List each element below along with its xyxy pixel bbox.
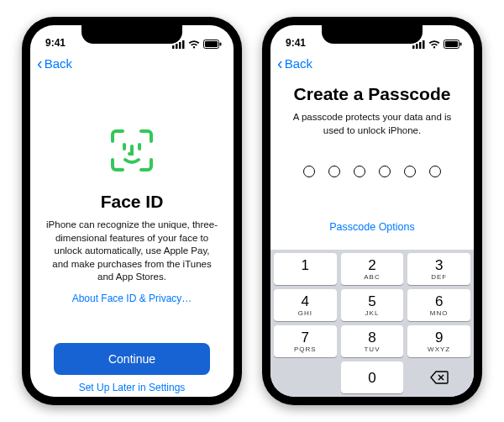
key-num: 1 <box>302 258 309 272</box>
continue-label: Continue <box>108 352 155 366</box>
key-letters: TUV <box>364 346 380 353</box>
nav-bar: ‹ Back <box>270 50 474 76</box>
key-3[interactable]: 3DEF <box>407 253 470 285</box>
key-5[interactable]: 5JKL <box>341 289 404 321</box>
key-num: 9 <box>435 330 443 345</box>
delete-icon <box>430 371 449 384</box>
key-blank <box>274 361 337 393</box>
key-num: 7 <box>302 330 309 345</box>
faceid-desc: iPhone can recognize the unique, three-d… <box>45 219 218 284</box>
key-num: 5 <box>368 294 375 309</box>
svg-rect-14 <box>445 41 458 47</box>
faceid-privacy-link[interactable]: About Face ID & Privacy… <box>72 293 192 304</box>
faceid-content: Face ID iPhone can recognize the unique,… <box>30 76 234 397</box>
key-letters: DEF <box>431 273 447 281</box>
battery-icon <box>203 40 222 49</box>
passcode-options-link[interactable]: Passcode Options <box>329 221 414 233</box>
status-time: 9:41 <box>286 37 306 49</box>
nav-bar: ‹ Back <box>30 50 234 76</box>
key-letters <box>304 273 307 281</box>
back-button[interactable]: ‹ Back <box>277 55 312 71</box>
back-label: Back <box>285 56 312 71</box>
phone-passcode: 9:41 ‹ Back Create a Passcode A passcode… <box>262 17 482 405</box>
passcode-dot <box>303 166 315 177</box>
key-4[interactable]: 4GHI <box>274 289 337 321</box>
key-num: 3 <box>435 258 443 272</box>
key-letters: PQRS <box>294 346 317 353</box>
setup-later-link[interactable]: Set Up Later in Settings <box>45 382 218 397</box>
svg-rect-1 <box>176 44 178 49</box>
status-icons <box>412 40 462 49</box>
key-num: 2 <box>368 258 375 272</box>
passcode-desc: A passcode protects your data and is use… <box>286 111 459 137</box>
back-button[interactable]: ‹ Back <box>37 55 72 71</box>
svg-rect-2 <box>179 42 181 49</box>
chevron-left-icon: ‹ <box>277 55 283 71</box>
passcode-dot <box>404 166 416 177</box>
faceid-icon <box>109 128 155 177</box>
passcode-dot <box>429 166 441 177</box>
svg-rect-10 <box>416 44 418 49</box>
key-1[interactable]: 1 <box>274 253 337 285</box>
key-8[interactable]: 8TUV <box>341 325 404 357</box>
svg-rect-5 <box>205 41 218 47</box>
faceid-title: Face ID <box>101 192 164 212</box>
passcode-dot <box>328 166 340 177</box>
key-letters: MNO <box>430 309 449 317</box>
key-letters: JKL <box>365 309 380 317</box>
screen-faceid: 9:41 ‹ Back <box>30 25 234 397</box>
wifi-icon <box>428 40 440 49</box>
status-time: 9:41 <box>45 37 66 49</box>
passcode-content: Create a Passcode A passcode protects yo… <box>270 76 474 250</box>
svg-rect-12 <box>423 40 425 49</box>
key-0[interactable]: 0 <box>341 361 404 393</box>
svg-rect-15 <box>460 43 462 46</box>
phone-faceid: 9:41 ‹ Back <box>22 17 242 405</box>
chevron-left-icon: ‹ <box>37 55 43 71</box>
svg-rect-3 <box>182 40 185 49</box>
notch <box>322 25 423 44</box>
notch <box>81 25 182 44</box>
key-num: 6 <box>435 294 443 309</box>
svg-rect-9 <box>412 45 415 49</box>
passcode-dots <box>303 166 441 177</box>
key-letters: GHI <box>298 309 312 317</box>
key-7[interactable]: 7PQRS <box>274 325 337 357</box>
wifi-icon <box>188 40 200 49</box>
key-9[interactable]: 9WXYZ <box>407 325 470 357</box>
battery-icon <box>444 40 462 49</box>
key-num: 8 <box>368 330 375 345</box>
svg-rect-6 <box>220 43 222 46</box>
continue-button[interactable]: Continue <box>54 343 210 375</box>
status-icons <box>172 40 222 49</box>
numeric-keypad: 1 2ABC3DEF4GHI5JKL6MNO7PQRS8TUV9WXYZ0 <box>270 250 474 397</box>
key-delete[interactable] <box>407 361 470 393</box>
passcode-dot <box>379 166 391 177</box>
key-2[interactable]: 2ABC <box>341 253 404 285</box>
key-letters: WXYZ <box>428 346 450 353</box>
svg-rect-11 <box>419 42 422 49</box>
key-6[interactable]: 6MNO <box>407 289 470 321</box>
svg-rect-0 <box>172 45 175 49</box>
key-num: 4 <box>302 294 309 309</box>
key-letters: ABC <box>364 273 380 281</box>
key-num: 0 <box>368 371 375 385</box>
passcode-dot <box>354 166 365 177</box>
screen-passcode: 9:41 ‹ Back Create a Passcode A passcode… <box>270 25 474 397</box>
passcode-title: Create a Passcode <box>294 84 451 104</box>
back-label: Back <box>45 56 72 71</box>
